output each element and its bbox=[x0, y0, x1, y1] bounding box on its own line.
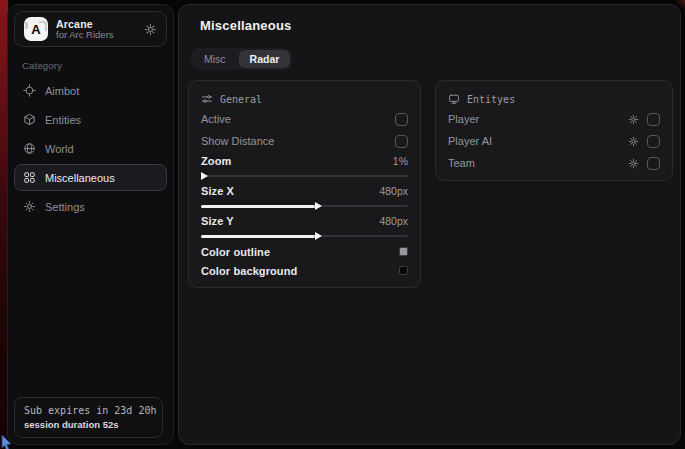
main-panel: Miscellaneous Misc Radar General Active bbox=[178, 4, 681, 445]
size-x-value: 480px bbox=[379, 185, 408, 197]
tab-misc[interactable]: Misc bbox=[193, 50, 237, 68]
player-settings-gear-icon[interactable] bbox=[628, 114, 639, 125]
globe-icon bbox=[23, 142, 36, 155]
show-distance-checkbox[interactable] bbox=[395, 135, 408, 148]
setting-label: Color background bbox=[201, 265, 297, 277]
sidebar-item-label: World bbox=[45, 143, 74, 155]
category-label: Category bbox=[22, 60, 159, 71]
entity-controls bbox=[628, 157, 660, 170]
entities-panel-header: Entityes bbox=[448, 90, 660, 108]
sidebar-item-label: Aimbot bbox=[45, 85, 79, 97]
app-name: Arcane bbox=[56, 18, 114, 30]
player-ai-settings-gear-icon[interactable] bbox=[628, 136, 639, 147]
color-outline-swatch[interactable] bbox=[399, 247, 408, 256]
tab-radar[interactable]: Radar bbox=[239, 50, 291, 68]
slider-track bbox=[201, 175, 408, 177]
app-logo-letter: A bbox=[31, 22, 40, 37]
entity-row-team: Team bbox=[448, 152, 660, 174]
entity-label: Player bbox=[448, 113, 479, 125]
setting-label: Size X bbox=[201, 185, 234, 197]
zoom-slider[interactable] bbox=[201, 170, 408, 182]
setting-label: Size Y bbox=[201, 215, 234, 227]
sidebar-item-world[interactable]: World bbox=[14, 135, 167, 162]
sidebar-item-label: Miscellaneous bbox=[45, 172, 115, 184]
general-panel-header: General bbox=[201, 90, 408, 108]
slider-thumb[interactable] bbox=[201, 172, 208, 180]
size-y-slider[interactable] bbox=[201, 230, 408, 242]
sidebar: A Arcane for Arc Riders Category bbox=[7, 4, 174, 445]
app-settings-gear-icon[interactable] bbox=[144, 23, 157, 36]
page-title: Miscellaneous bbox=[200, 18, 680, 33]
entity-label: Team bbox=[448, 157, 475, 169]
tab-bar: Misc Radar bbox=[191, 48, 292, 70]
setting-row-size-y: Size Y 480px bbox=[201, 212, 408, 230]
entities-panel-title: Entityes bbox=[467, 94, 515, 105]
app-subtitle: for Arc Riders bbox=[56, 30, 114, 41]
app-header-card: A Arcane for Arc Riders bbox=[14, 11, 167, 47]
entity-controls bbox=[628, 113, 660, 126]
player-ai-checkbox[interactable] bbox=[647, 135, 660, 148]
slider-thumb[interactable] bbox=[315, 232, 322, 240]
screen: A Arcane for Arc Riders Category bbox=[0, 0, 685, 449]
entities-panel: Entityes Player Player AI bbox=[435, 80, 673, 181]
subscription-info-box: Sub expires in 23d 20h session duration … bbox=[14, 397, 163, 438]
setting-label: Color outline bbox=[201, 246, 270, 258]
sidebar-item-entities[interactable]: Entities bbox=[14, 106, 167, 133]
setting-label: Active bbox=[201, 113, 231, 125]
player-checkbox[interactable] bbox=[647, 113, 660, 126]
subscription-expiry: Sub expires in 23d 20h bbox=[24, 405, 153, 416]
entity-row-player-ai: Player AI bbox=[448, 130, 660, 152]
setting-row-show-distance: Show Distance bbox=[201, 130, 408, 152]
crosshair-icon bbox=[23, 84, 36, 97]
setting-row-color-outline: Color outline bbox=[201, 242, 408, 261]
sidebar-item-label: Entities bbox=[45, 114, 81, 126]
monitor-icon bbox=[448, 93, 460, 105]
app-logo: A bbox=[24, 17, 48, 41]
team-settings-gear-icon[interactable] bbox=[628, 158, 639, 169]
entity-controls bbox=[628, 135, 660, 148]
setting-row-zoom: Zoom 1% bbox=[201, 152, 408, 170]
entity-label: Player AI bbox=[448, 135, 492, 147]
size-x-slider[interactable] bbox=[201, 200, 408, 212]
setting-row-color-background: Color background bbox=[201, 261, 408, 280]
sidebar-item-aimbot[interactable]: Aimbot bbox=[14, 77, 167, 104]
entity-row-player: Player bbox=[448, 108, 660, 130]
app-title-block: Arcane for Arc Riders bbox=[56, 18, 114, 41]
slider-thumb[interactable] bbox=[315, 202, 322, 210]
zoom-value: 1% bbox=[393, 155, 408, 167]
size-y-value: 480px bbox=[379, 215, 408, 227]
setting-row-active: Active bbox=[201, 108, 408, 130]
sidebar-item-label: Settings bbox=[45, 201, 85, 213]
sidebar-nav: Aimbot Entities World bbox=[8, 76, 173, 221]
setting-label: Zoom bbox=[201, 155, 231, 167]
slider-fill bbox=[201, 205, 317, 208]
setting-label: Show Distance bbox=[201, 135, 274, 147]
grid-icon bbox=[23, 171, 36, 184]
general-panel-title: General bbox=[220, 94, 262, 105]
session-duration: session duration 52s bbox=[24, 419, 153, 430]
sidebar-item-miscellaneous[interactable]: Miscellaneous bbox=[14, 164, 167, 191]
color-background-swatch[interactable] bbox=[399, 266, 408, 275]
sidebar-item-settings[interactable]: Settings bbox=[14, 193, 167, 220]
general-panel: General Active Show Distance Zoom 1% Siz… bbox=[188, 80, 421, 288]
active-checkbox[interactable] bbox=[395, 113, 408, 126]
cube-icon bbox=[23, 113, 36, 126]
team-checkbox[interactable] bbox=[647, 157, 660, 170]
sliders-icon bbox=[201, 93, 213, 105]
setting-row-size-x: Size X 480px bbox=[201, 182, 408, 200]
gear-icon bbox=[23, 200, 36, 213]
slider-fill bbox=[201, 235, 317, 238]
